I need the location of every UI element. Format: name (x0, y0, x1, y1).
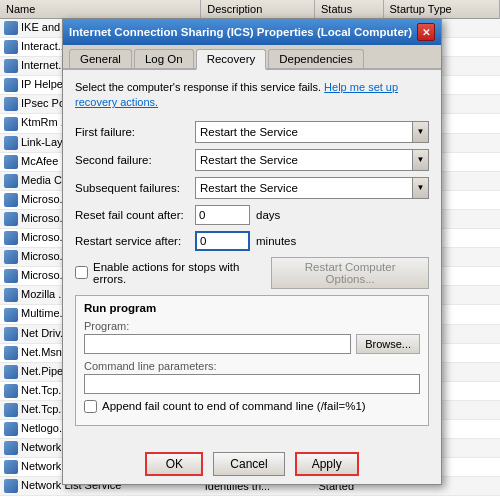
second-failure-row: Second failure: Restart the Service ▼ (75, 149, 429, 171)
subsequent-failure-dropdown[interactable]: Restart the Service ▼ (195, 177, 429, 199)
restart-after-label: Restart service after: (75, 235, 195, 247)
browse-button[interactable]: Browse... (356, 334, 420, 354)
cancel-button[interactable]: Cancel (213, 452, 284, 476)
reset-count-row: Reset fail count after: days (75, 205, 429, 225)
tab-dependencies[interactable]: Dependencies (268, 49, 364, 68)
dialog-title: Internet Connection Sharing (ICS) Proper… (69, 26, 412, 38)
second-failure-label: Second failure: (75, 154, 195, 166)
apply-button[interactable]: Apply (295, 452, 359, 476)
run-program-section: Run program Program: Browse... Command l… (75, 295, 429, 426)
reset-count-input[interactable] (195, 205, 250, 225)
dialog-body: Select the computer's response if this s… (63, 70, 441, 444)
tab-logon[interactable]: Log On (134, 49, 194, 68)
cmd-params-input[interactable] (84, 374, 420, 394)
dialog-buttons: OK Cancel Apply (63, 444, 441, 484)
append-checkbox-row: Append fail count to end of command line… (84, 400, 420, 413)
append-label: Append fail count to end of command line… (102, 400, 366, 412)
second-failure-arrow: ▼ (412, 150, 428, 170)
first-failure-dropdown[interactable]: Restart the Service ▼ (195, 121, 429, 143)
restart-unit: minutes (256, 235, 296, 247)
enable-actions-label: Enable actions for stops with errors. (93, 261, 271, 285)
ok-button[interactable]: OK (145, 452, 203, 476)
cmd-params-row (84, 374, 420, 394)
first-failure-arrow: ▼ (412, 122, 428, 142)
subsequent-failure-label: Subsequent failures: (75, 182, 195, 194)
restart-after-row: Restart service after: minutes (75, 231, 429, 251)
title-bar: Internet Connection Sharing (ICS) Proper… (63, 19, 441, 45)
second-failure-dropdown[interactable]: Restart the Service ▼ (195, 149, 429, 171)
tab-general[interactable]: General (69, 49, 132, 68)
subsequent-failure-row: Subsequent failures: Restart the Service… (75, 177, 429, 199)
program-row: Browse... (84, 334, 420, 354)
restart-computer-btn[interactable]: Restart Computer Options... (271, 257, 429, 289)
modal-overlay: Internet Connection Sharing (ICS) Proper… (0, 0, 500, 500)
reset-unit: days (256, 209, 280, 221)
reset-count-label: Reset fail count after: (75, 209, 195, 221)
tab-recovery[interactable]: Recovery (196, 49, 267, 70)
restart-after-input[interactable] (195, 231, 250, 251)
append-checkbox[interactable] (84, 400, 97, 413)
tab-bar: General Log On Recovery Dependencies (63, 45, 441, 70)
run-program-title: Run program (84, 302, 420, 314)
help-text: Select the computer's response if this s… (75, 80, 429, 111)
cmd-params-label: Command line parameters: (84, 360, 420, 372)
first-failure-row: First failure: Restart the Service ▼ (75, 121, 429, 143)
enable-actions-row: Enable actions for stops with errors. Re… (75, 257, 429, 289)
subsequent-failure-arrow: ▼ (412, 178, 428, 198)
program-input[interactable] (84, 334, 351, 354)
enable-actions-checkbox[interactable] (75, 266, 88, 279)
first-failure-label: First failure: (75, 126, 195, 138)
close-button[interactable]: ✕ (417, 23, 435, 41)
properties-dialog: Internet Connection Sharing (ICS) Proper… (62, 18, 442, 485)
program-label: Program: (84, 320, 420, 332)
